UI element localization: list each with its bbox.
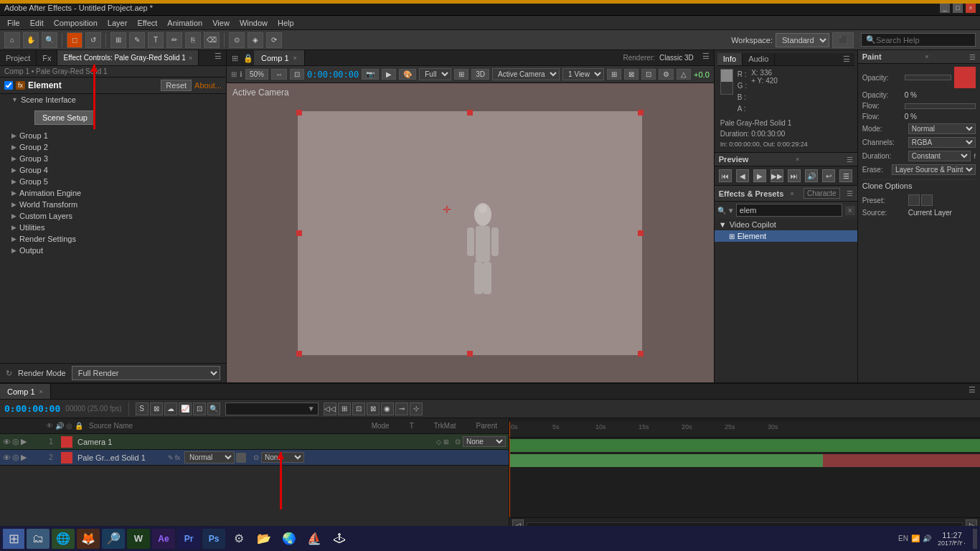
tree-animation-engine[interactable]: ▶ Animation Engine bbox=[0, 187, 226, 199]
next-frame-btn[interactable]: ▶▶ bbox=[771, 169, 783, 182]
mode-select[interactable]: Normal bbox=[908, 123, 976, 134]
tl-search-btn[interactable]: 🔍 bbox=[207, 402, 220, 415]
rotate-btn[interactable]: ↺ bbox=[85, 32, 101, 48]
comp-tab-comp1[interactable]: Comp 1 × bbox=[254, 50, 305, 65]
preview-close-btn[interactable]: × bbox=[796, 156, 799, 163]
expand-icon[interactable]: ⊞ bbox=[231, 70, 237, 78]
extra-btn[interactable]: ⟳ bbox=[266, 32, 282, 48]
parent-link-icon[interactable]: ⊙ bbox=[455, 438, 461, 446]
tree-group4[interactable]: ▶ Group 4 bbox=[0, 164, 226, 176]
solid-parent-link-icon[interactable]: ⊙ bbox=[253, 453, 259, 461]
scene-setup-button[interactable]: Scene Setup bbox=[34, 110, 95, 125]
lock-icon[interactable]: 🔒 bbox=[242, 50, 254, 66]
composition-canvas[interactable]: Active Camera ✛ bbox=[227, 83, 714, 382]
tree-group2[interactable]: ▶ Group 2 bbox=[0, 141, 226, 153]
go-to-end-btn[interactable]: ⏭ bbox=[788, 169, 801, 182]
info-panel-menu-btn[interactable]: ☰ bbox=[839, 53, 854, 65]
taskbar-ae[interactable]: Ae bbox=[152, 529, 175, 549]
plugin-enable-checkbox[interactable] bbox=[4, 81, 13, 90]
tl-frame-blending-btn[interactable]: ⊠ bbox=[150, 402, 163, 415]
close-comp-tab-icon[interactable]: × bbox=[293, 55, 297, 62]
duration-select[interactable]: Constant bbox=[908, 151, 971, 161]
tree-group3[interactable]: ▶ Group 3 bbox=[0, 153, 226, 164]
camera-options-btn[interactable]: ⊞ bbox=[443, 438, 449, 446]
toggle-btn[interactable]: ⊞ bbox=[454, 69, 468, 80]
timeline-tab-comp1[interactable]: Comp 1 × bbox=[0, 384, 51, 399]
solid-mode-select[interactable]: Normal bbox=[184, 451, 235, 463]
tab-fx[interactable]: Fx bbox=[37, 50, 57, 65]
tl-hide-shy-btn[interactable]: S bbox=[136, 402, 149, 415]
taskbar-app12[interactable]: ⛵ bbox=[303, 529, 326, 549]
solid-fx-btn[interactable]: fx bbox=[175, 454, 180, 461]
close-timeline-tab-icon[interactable]: × bbox=[39, 388, 43, 395]
search-dropdown-icon[interactable]: ▼ bbox=[308, 405, 315, 413]
tree-custom-layers[interactable]: ▶ Custom Layers bbox=[0, 210, 226, 222]
prev-frame-btn[interactable]: ◀ bbox=[736, 169, 749, 182]
color-swatch[interactable] bbox=[954, 67, 976, 88]
tl-btn-2[interactable]: ⊞ bbox=[338, 402, 351, 415]
expand-solid[interactable]: ▶ bbox=[21, 453, 27, 462]
tab-info[interactable]: Info bbox=[717, 53, 743, 65]
zoom-btn[interactable]: 🔍 bbox=[42, 32, 57, 48]
text-btn[interactable]: T bbox=[148, 32, 164, 48]
tl-btn-4[interactable]: ⊠ bbox=[367, 402, 380, 415]
preview-btn[interactable]: ▶ bbox=[382, 69, 396, 80]
monitor-btn[interactable]: ⬛ bbox=[832, 32, 854, 48]
rect-btn[interactable]: ⊞ bbox=[110, 32, 126, 48]
show-desktop-btn[interactable] bbox=[973, 529, 977, 549]
taskbar-app11[interactable]: 🌏 bbox=[278, 529, 301, 549]
flow-slider[interactable] bbox=[905, 103, 976, 109]
preset-prev-btn[interactable] bbox=[908, 194, 920, 206]
safe-margins-btn[interactable]: ⊡ bbox=[641, 69, 656, 80]
menu-composition[interactable]: Composition bbox=[50, 17, 102, 29]
clone-btn[interactable]: ⎘ bbox=[185, 32, 201, 48]
preview-options-btn[interactable]: ☰ bbox=[839, 169, 852, 182]
solo-switch[interactable] bbox=[236, 453, 246, 463]
search-timeline-input[interactable] bbox=[229, 405, 308, 413]
layer-color-solid[interactable] bbox=[61, 452, 72, 463]
tab-effect-controls[interactable]: Effect Controls: Pale Gray-Red Solid 1 × bbox=[57, 50, 199, 65]
timeline-panel-menu-btn[interactable]: ☰ bbox=[964, 384, 980, 399]
close-btn[interactable]: × bbox=[966, 3, 976, 13]
menu-file[interactable]: File bbox=[3, 17, 24, 29]
menu-view[interactable]: View bbox=[208, 17, 234, 29]
taskbar-premiere[interactable]: Pr bbox=[177, 529, 200, 549]
view-select[interactable]: 1 View bbox=[562, 68, 604, 80]
eraser-btn[interactable]: ⌫ bbox=[204, 32, 220, 48]
search-timeline-box[interactable]: ▼ bbox=[225, 402, 319, 415]
tl-graph-editor-btn[interactable]: 📈 bbox=[179, 402, 192, 415]
render-mode-select[interactable]: Full Render bbox=[72, 366, 220, 380]
effects-search-input[interactable] bbox=[736, 204, 842, 217]
tree-utilities[interactable]: ▶ Utilities bbox=[0, 222, 226, 233]
grid-btn[interactable]: ⊞ bbox=[607, 69, 621, 80]
tl-btn-5[interactable]: ◉ bbox=[381, 402, 394, 415]
layer-color-camera[interactable] bbox=[61, 436, 72, 448]
tl-btn-1[interactable]: ◁◁ bbox=[324, 402, 336, 415]
flow-icon[interactable]: ⊞ bbox=[227, 50, 242, 66]
select-btn[interactable]: ◻ bbox=[67, 32, 83, 48]
menu-animation[interactable]: Animation bbox=[163, 17, 207, 29]
color-btn[interactable]: 🎨 bbox=[399, 69, 416, 80]
effect-item-element[interactable]: ⊞ Element bbox=[715, 230, 857, 242]
tl-preview-btn[interactable]: ⊡ bbox=[193, 402, 206, 415]
tree-scene-interface[interactable]: ▼ Scene Interface bbox=[0, 94, 226, 105]
guides-btn[interactable]: ⊠ bbox=[624, 69, 639, 80]
loop-btn[interactable]: ↩ bbox=[822, 169, 835, 182]
audio-btn[interactable]: 🔊 bbox=[805, 169, 818, 182]
close-tab-icon[interactable]: × bbox=[189, 55, 192, 62]
solid-edit-btn[interactable]: ✎ bbox=[168, 454, 174, 461]
menu-layer[interactable]: Layer bbox=[103, 17, 132, 29]
tl-btn-7[interactable]: ⊹ bbox=[410, 402, 423, 415]
tree-output[interactable]: ▶ Output bbox=[0, 245, 226, 256]
start-button[interactable]: ⊞ bbox=[3, 529, 24, 549]
shape-btn[interactable]: ◈ bbox=[248, 32, 263, 48]
reset-button[interactable]: Reset bbox=[161, 80, 192, 91]
effects-menu-btn[interactable]: ☰ bbox=[847, 189, 853, 197]
taskbar-chrome[interactable]: 🌐 bbox=[52, 529, 75, 549]
maximize-btn[interactable]: □ bbox=[953, 3, 963, 13]
character-tab[interactable]: Characte bbox=[804, 188, 840, 199]
comp-panel-menu-btn[interactable]: ☰ bbox=[698, 50, 714, 65]
taskbar-app10[interactable]: 📂 bbox=[253, 529, 275, 549]
quality-select[interactable]: Full bbox=[419, 68, 451, 80]
search-help-box[interactable]: 🔍 bbox=[861, 33, 976, 47]
